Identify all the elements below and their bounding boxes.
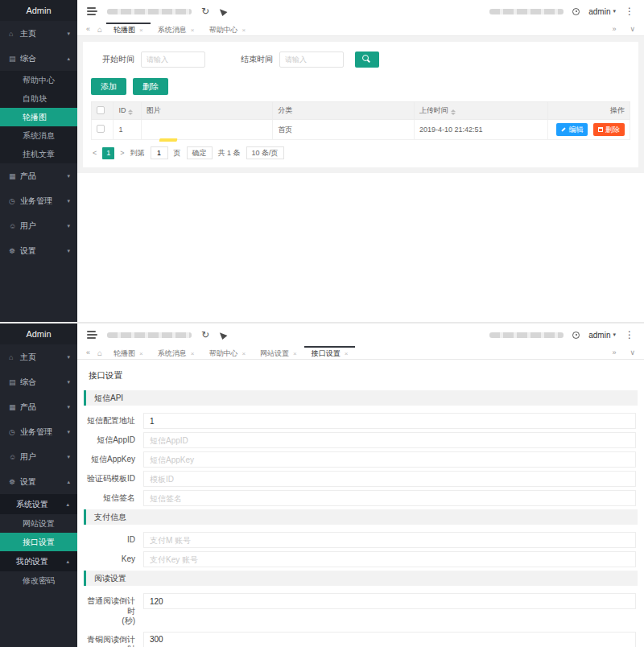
row-checkbox[interactable]	[97, 125, 105, 133]
tab-system-message[interactable]: 系统消息 ×	[151, 346, 202, 360]
pay-key-input[interactable]	[143, 551, 636, 567]
sidebar-item-api-settings[interactable]: 接口设置	[0, 533, 77, 551]
tabs-scroll-left-icon[interactable]: «	[83, 348, 93, 356]
hamburger-menu-icon[interactable]	[87, 329, 97, 341]
page-size-select[interactable]: 10 条/页	[246, 146, 284, 159]
refresh-icon[interactable]: ↻	[201, 330, 209, 340]
add-button[interactable]: 添加	[91, 78, 126, 95]
sidebar-item-settings[interactable]: 设置 ▴	[0, 469, 77, 494]
current-page[interactable]: 1	[102, 147, 114, 159]
end-time-input[interactable]	[279, 52, 344, 68]
pay-id-label: ID	[84, 532, 135, 546]
sidebar-item-user[interactable]: 用户 ▾	[0, 213, 77, 238]
main-area: ↻ admin ▾ ⋮ « ⌂ 轮播图 × 系统消息 ×	[77, 324, 644, 647]
tabs-dropdown-icon[interactable]: ∨	[626, 25, 638, 33]
sidebar-item-general[interactable]: 综合 ▾	[0, 369, 77, 394]
bronze-read-countdown-input[interactable]	[143, 632, 636, 647]
row-delete-button[interactable]: 删除	[593, 123, 625, 136]
sidebar-item-system-message[interactable]: 系统消息	[0, 126, 77, 145]
sidebar-item-business[interactable]: 业务管理 ▾	[0, 188, 77, 213]
refresh-icon[interactable]: ↻	[201, 6, 209, 16]
user-menu[interactable]: admin ▾	[588, 7, 616, 16]
goto-page-input[interactable]	[151, 146, 168, 159]
sidebar-group-my-settings[interactable]: 我的设置 ▴	[0, 551, 77, 571]
sidebar-item-help-center[interactable]: 帮助中心	[0, 71, 77, 89]
tabs-scroll-right-icon[interactable]: »	[609, 348, 619, 356]
sidebar-item-home[interactable]: 主页 ▾	[0, 344, 77, 369]
message-icon[interactable]	[572, 332, 580, 339]
tab-system-message[interactable]: 系统消息 ×	[151, 23, 202, 36]
sidebar-item-carousel[interactable]: 轮播图	[0, 108, 77, 126]
tab-home-icon[interactable]: ⌂	[93, 348, 106, 357]
sms-appkey-input[interactable]	[143, 451, 636, 468]
sidebar-item-home[interactable]: 主页 ▾	[0, 21, 77, 46]
edit-button[interactable]: 编辑	[556, 123, 588, 136]
domain-text-redacted	[489, 332, 564, 338]
chevron-down-icon: ▾	[67, 379, 70, 385]
search-button[interactable]	[355, 52, 379, 68]
toolbar: 添加 删除	[91, 78, 630, 95]
close-icon[interactable]: ×	[345, 350, 349, 357]
sidebar-item-settings[interactable]: 设置 ▾	[0, 238, 77, 263]
sidebar-group-system-settings[interactable]: 系统设置 ▴	[0, 494, 77, 514]
sort-icon[interactable]	[128, 109, 133, 115]
message-icon[interactable]	[572, 8, 580, 15]
select-all-checkbox[interactable]	[97, 106, 105, 114]
pay-id-input[interactable]	[143, 532, 636, 548]
user-icon	[9, 453, 20, 461]
sidebar-item-self-block[interactable]: 自助块	[0, 89, 77, 108]
sidebar: Admin 主页 ▾ 综合 ▾ 产品 ▾ 业务管理 ▾ 用户 ▾ 设置	[0, 324, 77, 647]
more-options-icon[interactable]: ⋮	[625, 6, 634, 16]
send-icon[interactable]	[218, 330, 228, 340]
next-page-button[interactable]: >	[120, 149, 124, 157]
close-icon[interactable]: ×	[242, 350, 246, 357]
sidebar-item-site-settings[interactable]: 网站设置	[0, 514, 77, 533]
sidebar-item-user[interactable]: 用户 ▾	[0, 444, 77, 469]
user-menu[interactable]: admin ▾	[588, 331, 616, 340]
delete-button[interactable]: 删除	[133, 78, 168, 95]
sms-template-id-input[interactable]	[143, 471, 636, 487]
more-options-icon[interactable]: ⋮	[625, 330, 634, 340]
tab-carousel[interactable]: 轮播图 ×	[106, 23, 151, 36]
sidebar-item-general[interactable]: 综合 ▴	[0, 46, 77, 71]
sidebar-item-product[interactable]: 产品 ▾	[0, 163, 77, 188]
start-time-input[interactable]	[141, 52, 205, 68]
close-icon[interactable]: ×	[293, 350, 297, 357]
normal-read-countdown-input[interactable]	[143, 593, 636, 609]
sidebar-item-hangup-article[interactable]: 挂机文章	[0, 145, 77, 163]
sms-appid-label: 短信AppID	[84, 432, 135, 446]
card-wrap: 开始时间 结束时间 添加 删除	[77, 36, 644, 173]
tab-bar: « ⌂ 轮播图 × 系统消息 × 帮助中心 × 网站设置 × 接口设置 ×	[77, 346, 644, 360]
goto-confirm-button[interactable]: 确定	[187, 146, 213, 159]
tab-site-settings[interactable]: 网站设置 ×	[253, 346, 304, 360]
tab-help-center[interactable]: 帮助中心 ×	[201, 23, 253, 36]
tab-help-center[interactable]: 帮助中心 ×	[201, 346, 253, 360]
close-icon[interactable]: ×	[191, 350, 195, 357]
sidebar-item-change-password[interactable]: 修改密码	[0, 571, 77, 590]
topbar-right: admin ▾ ⋮	[489, 330, 634, 340]
chevron-down-icon: ▾	[67, 454, 70, 460]
close-icon[interactable]: ×	[139, 27, 143, 34]
close-icon[interactable]: ×	[242, 27, 246, 34]
send-icon[interactable]	[218, 6, 228, 16]
sidebar-item-business[interactable]: 业务管理 ▾	[0, 419, 77, 444]
tab-api-settings[interactable]: 接口设置 ×	[304, 346, 356, 360]
sms-config-url-input[interactable]	[143, 413, 636, 429]
form-row: 验证码模板ID	[77, 471, 636, 487]
pay-key-label: Key	[84, 551, 135, 565]
tab-carousel[interactable]: 轮播图 ×	[106, 346, 151, 360]
form-row: 短信签名	[77, 490, 636, 506]
sms-appid-input[interactable]	[143, 432, 636, 448]
tabs-scroll-right-icon[interactable]: »	[609, 25, 619, 33]
sms-signature-input[interactable]	[143, 490, 636, 506]
close-icon[interactable]: ×	[139, 350, 143, 357]
row-id: 1	[114, 120, 141, 140]
tabs-dropdown-icon[interactable]: ∨	[626, 348, 638, 356]
sidebar-item-product[interactable]: 产品 ▾	[0, 394, 77, 419]
hamburger-menu-icon[interactable]	[87, 6, 97, 18]
tab-home-icon[interactable]: ⌂	[93, 25, 106, 34]
prev-page-button[interactable]: <	[93, 149, 97, 157]
tabs-scroll-left-icon[interactable]: «	[83, 25, 93, 33]
sort-icon[interactable]	[451, 109, 456, 115]
close-icon[interactable]: ×	[191, 27, 195, 34]
